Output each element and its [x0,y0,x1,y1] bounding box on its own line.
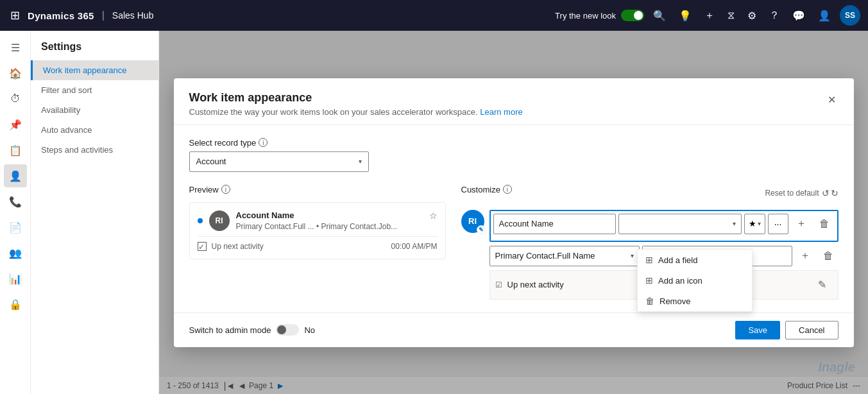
sidebar-icon-pinned[interactable]: 📌 [4,113,27,136]
preview-avatar: RI [209,210,230,231]
settings-title: Settings [31,41,158,60]
main-layout: ☰ 🏠 ⏱ 📌 📋 👤 📞 📄 👥 📊 🔒 Settings Work item… [0,31,868,394]
cancel-button[interactable]: Cancel [785,321,838,339]
sidebar-item-availability[interactable]: Availability [31,100,158,120]
user-avatar[interactable]: SS [840,5,860,26]
undo-button[interactable]: ↺ [822,188,830,198]
app-name: Sales Hub [112,10,154,21]
sidebar-icon-phone[interactable]: 📞 [4,190,27,213]
record-type-select[interactable]: Account ▾ [189,151,369,172]
add-field-label: Add a field [658,255,697,265]
account-name-field[interactable]: Account Name [493,214,617,234]
context-menu-item-add-icon[interactable]: ⊞ Add an icon [638,270,752,291]
preview-label: Preview i [189,185,446,194]
preview-section: Preview i RI Account Name [189,185,446,300]
grid-icon[interactable]: ⊞ [8,6,22,25]
reset-icons: ↺ ↻ [822,188,838,198]
try-new-look-label: Try the new look [555,11,616,21]
filter-icon[interactable]: ⧖ [724,6,738,25]
context-menu-item-remove[interactable]: 🗑 Remove [638,291,752,311]
sidebar-icon-contacts[interactable]: 👤 [4,164,27,187]
sidebar-icon-security[interactable]: 🔒 [4,293,27,316]
help-icon[interactable]: ？ [765,5,783,26]
field-star-button[interactable]: ★ ▾ [744,214,765,234]
remove-icon: 🗑 [645,296,654,306]
sidebar-item-steps-activities[interactable]: Steps and activities [31,140,158,160]
admin-mode-row: Switch to admin mode No [189,324,316,336]
customize-avatar: RI ✎ [461,210,484,233]
customize-checkbox: ☑ [495,280,502,289]
preview-content: Account Name ☆ Primary Contact.Full ... … [236,210,438,231]
remove-label: Remove [660,296,690,306]
add-icon-label: Add an icon [658,276,702,286]
admin-mode-toggle[interactable] [276,324,299,336]
plus-icon[interactable]: ＋ [701,5,719,26]
sidebar-icon-collapse[interactable]: ☰ [4,36,27,59]
content-area: Work item appearance Customize the way y… [159,31,868,394]
preview-label-text: Preview [189,185,219,194]
record-type-label: Select record type i [189,138,838,148]
sidebar-icon-activities[interactable]: 📋 [4,139,27,162]
field-row-1-highlight: Account Name ▾ [489,210,838,242]
sidebar-icon-home[interactable]: 🏠 [4,62,27,85]
record-type-label-text: Select record type [189,138,257,148]
field-more-button[interactable]: ··· [768,214,788,234]
modal-footer-buttons: Save Cancel [735,321,838,339]
preview-dot [198,218,203,223]
admin-mode-label: Switch to admin mode [189,325,271,335]
preview-sub: Primary Contact.Full ... • Primary Conta… [236,222,438,231]
modal-subtitle-text: Customize the way your work items look o… [189,107,481,117]
try-new-look-container: Try the new look [555,10,644,21]
customize-avatar-initials: RI [468,216,477,226]
modal-close-button[interactable]: ✕ [825,91,838,108]
modal-subtitle: Customize the way your work items look o… [189,107,825,117]
topnav: ⊞ Dynamics 365 | Sales Hub Try the new l… [0,0,868,31]
nav-divider: | [102,10,105,21]
search-icon[interactable]: 🔍 [649,6,670,26]
reset-to-default[interactable]: Reset to default ↺ ↻ [765,188,838,198]
preview-check-label: ✓ Up next activity [198,242,264,251]
gear-icon[interactable]: ⚙ [744,6,760,26]
save-button[interactable]: Save [735,321,780,339]
row1-secondary-field[interactable]: ▾ [618,214,742,234]
field-add-button-1[interactable]: ＋ [791,214,812,234]
field-delete-button-1[interactable]: 🗑 [814,214,835,234]
primary-contact-field[interactable]: Primary Contact.Full Name ▾ [489,246,640,266]
preview-activity-label: Up next activity [212,242,264,251]
people-icon[interactable]: 👤 [814,6,835,26]
activity-edit-button[interactable]: ✎ [812,275,833,295]
sidebar-item-auto-advance[interactable]: Auto advance [31,120,158,140]
record-type-value: Account [196,157,226,166]
field-delete-button-2[interactable]: 🗑 [818,246,838,266]
modal-footer: Switch to admin mode No Save Cancel [174,313,854,347]
field-add-button-2[interactable]: ＋ [795,246,815,266]
sidebar-item-filter-and-sort[interactable]: Filter and sort [31,80,158,100]
redo-button[interactable]: ↻ [831,188,838,198]
preview-star-icon: ☆ [429,210,438,221]
sidebar-icon-people[interactable]: 👥 [4,241,27,264]
customize-header: Customize i Reset to default ↺ ↻ [461,185,838,202]
primary-contact-field-text: Primary Contact.Full Name [495,251,595,261]
avatar-edit-icon[interactable]: ✎ [477,225,486,234]
reset-label: Reset to default [765,189,819,198]
preview-primary-contact: Primary Contact.Full ... [236,222,314,231]
sidebar-item-work-item-appearance[interactable]: Work item appearance [31,60,158,80]
preview-card-row: RI Account Name ☆ Primary Contact.Full .… [198,210,438,231]
context-menu-item-add-field[interactable]: ⊞ Add a field [638,250,752,270]
field-row-1: Account Name ▾ [493,214,835,234]
sidebar-icon-reports[interactable]: 📊 [4,267,27,290]
sidebar-icon-docs[interactable]: 📄 [4,216,27,239]
primary-contact-chevron: ▾ [631,252,634,259]
add-field-icon: ⊞ [645,255,653,265]
learn-more-link[interactable]: Learn more [480,107,522,117]
account-name-field-text: Account Name [499,219,554,228]
customize-label-text: Customize [461,185,500,194]
chat-icon[interactable]: 💬 [788,6,809,26]
star-chevron: ▾ [758,220,761,227]
star-icon: ★ [749,219,756,228]
preview-card: RI Account Name ☆ Primary Contact.Full .… [189,202,446,259]
sidebar-icon-recent[interactable]: ⏱ [4,87,27,110]
lightbulb-icon[interactable]: 💡 [675,6,695,26]
modal-header: Work item appearance Customize the way y… [174,78,854,125]
try-new-look-toggle[interactable] [621,10,644,21]
